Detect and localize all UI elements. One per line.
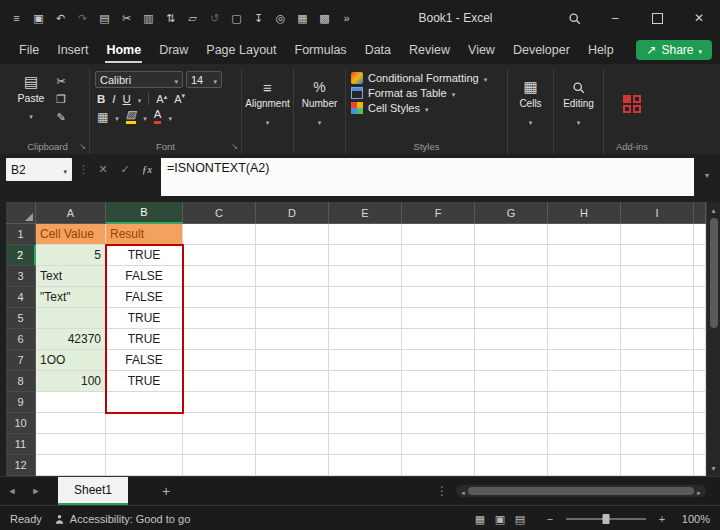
cell-a8[interactable]: 100 (36, 371, 106, 392)
vertical-scrollbar[interactable] (706, 202, 720, 476)
cell-d2[interactable] (256, 245, 329, 266)
row-header-1[interactable]: 1 (6, 224, 36, 245)
cell-f6[interactable] (402, 329, 475, 350)
redo-icon[interactable]: ↷ (72, 6, 93, 30)
cell-g1[interactable] (475, 224, 548, 245)
cell-d6[interactable] (256, 329, 329, 350)
editing-button[interactable]: Editing (559, 71, 598, 138)
column-header-c[interactable]: C (183, 202, 256, 224)
cell-c1[interactable] (183, 224, 256, 245)
enter-icon[interactable]: ✓ (117, 158, 133, 176)
new-sheet-button[interactable]: + (156, 483, 176, 499)
cell-h5[interactable] (548, 308, 621, 329)
font-dialog-launcher-icon[interactable] (231, 142, 238, 151)
undo-icon[interactable]: ↶ (50, 6, 71, 30)
cell-b1[interactable]: Result (106, 224, 183, 245)
add-ins-button[interactable] (609, 71, 655, 138)
row-header-4[interactable]: 4 (6, 287, 36, 308)
share-button[interactable]: ↗ Share (636, 40, 712, 60)
cell-c11[interactable] (183, 434, 256, 455)
chevron-down-icon[interactable] (115, 111, 119, 123)
column-header-d[interactable]: D (256, 202, 329, 224)
cell-h2[interactable] (548, 245, 621, 266)
cell-g2[interactable] (475, 245, 548, 266)
new-document-icon[interactable]: ▢ (226, 6, 247, 30)
font-size-select[interactable]: 14 (186, 71, 222, 88)
cell-i6[interactable] (621, 329, 694, 350)
zoom-slider-thumb[interactable] (603, 514, 610, 524)
horizontal-scrollbar-thumb[interactable] (468, 487, 694, 495)
cell-c6[interactable] (183, 329, 256, 350)
cell-e7[interactable] (329, 350, 402, 371)
minimize-button[interactable]: – (594, 0, 636, 36)
page-layout-view-icon[interactable]: ▣ (491, 513, 509, 526)
scroll-up-icon[interactable] (711, 204, 715, 216)
underline-button[interactable]: U (123, 93, 131, 105)
tab-bar-menu-icon[interactable]: ⋮ (436, 484, 448, 498)
scroll-left-icon[interactable] (458, 484, 468, 498)
menu-tab-formulas[interactable]: Formulas (286, 36, 356, 64)
zoom-slider[interactable] (566, 518, 646, 520)
cell-d4[interactable] (256, 287, 329, 308)
cell-e9[interactable] (329, 392, 402, 413)
cell-a3[interactable]: Text (36, 266, 106, 287)
menu-tab-review[interactable]: Review (400, 36, 459, 64)
cell-a6[interactable]: 42370 (36, 329, 106, 350)
row-header-6[interactable]: 6 (6, 329, 36, 350)
row-header-8[interactable]: 8 (6, 371, 36, 392)
cell-g8[interactable] (475, 371, 548, 392)
cell-e5[interactable] (329, 308, 402, 329)
cell-c10[interactable] (183, 413, 256, 434)
row-header-3[interactable]: 3 (6, 266, 36, 287)
cell-f9[interactable] (402, 392, 475, 413)
copy-icon[interactable]: ❐ (51, 93, 71, 106)
cell-e12[interactable] (329, 455, 402, 476)
format-as-table-button[interactable]: Format as Table (351, 87, 502, 99)
cell-a2[interactable]: 5 (36, 245, 106, 266)
cell-g5[interactable] (475, 308, 548, 329)
menu-tab-file[interactable]: File (10, 36, 48, 64)
maximize-button[interactable] (636, 0, 678, 36)
zoom-in-icon[interactable]: + (653, 513, 671, 525)
accessibility-status[interactable]: Accessibility: Good to go (54, 513, 190, 525)
sheet-tab-sheet1[interactable]: Sheet1 (58, 477, 128, 505)
cell-i9[interactable] (621, 392, 694, 413)
bold-button[interactable]: B (97, 93, 105, 105)
cell-f12[interactable] (402, 455, 475, 476)
cell-a7[interactable]: 1OO (36, 350, 106, 371)
cell-b10[interactable] (106, 413, 183, 434)
select-all-corner[interactable] (6, 202, 36, 224)
cell-g9[interactable] (475, 392, 548, 413)
cell-e4[interactable] (329, 287, 402, 308)
clipboard-icon[interactable]: ▤ (94, 6, 115, 30)
menu-tab-home[interactable]: Home (97, 36, 150, 64)
cell-i7[interactable] (621, 350, 694, 371)
menu-tab-data[interactable]: Data (356, 36, 400, 64)
cell-d10[interactable] (256, 413, 329, 434)
column-header-e[interactable]: E (329, 202, 402, 224)
cell-c7[interactable] (183, 350, 256, 371)
formula-input[interactable]: =ISNONTEXT(A2) (161, 158, 694, 196)
cells-button[interactable]: Cells (513, 71, 548, 138)
cell-h7[interactable] (548, 350, 621, 371)
cell-h12[interactable] (548, 455, 621, 476)
cell-a4[interactable]: "Text" (36, 287, 106, 308)
horizontal-scrollbar[interactable] (456, 485, 706, 497)
cell-f4[interactable] (402, 287, 475, 308)
column-header-i[interactable]: I (621, 202, 694, 224)
cell-e8[interactable] (329, 371, 402, 392)
row-header-12[interactable]: 12 (6, 455, 36, 476)
cell-g10[interactable] (475, 413, 548, 434)
increase-font-size-button[interactable]: A (156, 93, 167, 105)
cell-styles-button[interactable]: Cell Styles (351, 102, 502, 114)
cell-c5[interactable] (183, 308, 256, 329)
row-header-10[interactable]: 10 (6, 413, 36, 434)
repeat-icon[interactable]: ↺ (204, 6, 225, 30)
formula-bar-handle[interactable]: ⋮ (78, 158, 89, 176)
previous-sheet-icon[interactable]: ◄ (0, 486, 24, 496)
cell-i5[interactable] (621, 308, 694, 329)
cell-b5[interactable]: TRUE (106, 308, 183, 329)
cell-b4[interactable]: FALSE (106, 287, 183, 308)
page-break-view-icon[interactable]: ▤ (511, 513, 529, 526)
scroll-down-icon[interactable] (711, 462, 715, 474)
